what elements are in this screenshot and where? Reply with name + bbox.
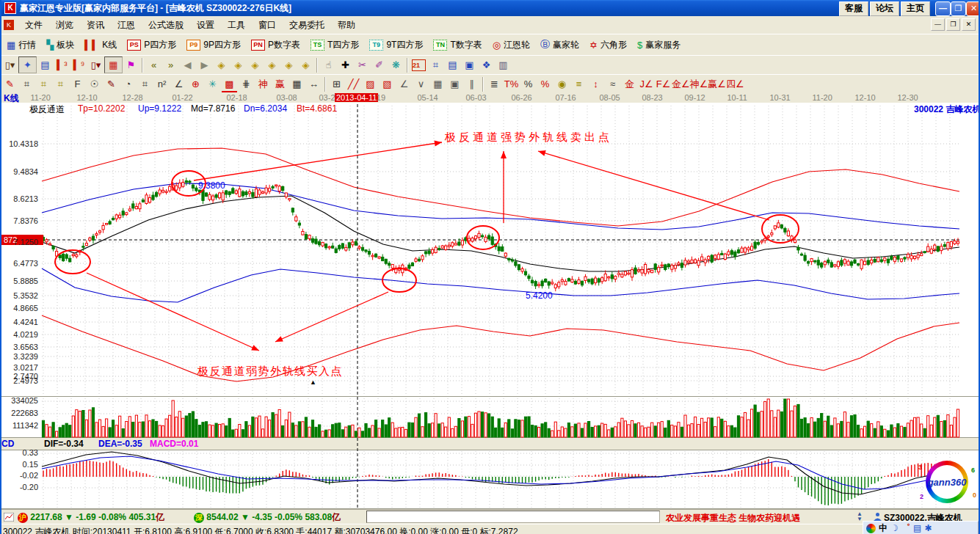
news-ticker[interactable]: 农业发展事重生态 生物农药迎机遇: [666, 512, 800, 524]
spiral-icon[interactable]: ☉: [86, 76, 103, 92]
arrow-marker-icon[interactable]: ↕: [587, 76, 604, 92]
menu-browse[interactable]: 浏览: [49, 17, 80, 34]
grid-b-icon[interactable]: ▣: [446, 76, 463, 92]
compress-height-icon[interactable]: ◈: [297, 57, 314, 73]
ime-punct-icon[interactable]: ゜: [901, 522, 910, 534]
menu-trade[interactable]: 交易委托: [283, 17, 331, 34]
menu-file[interactable]: 文件: [18, 17, 49, 34]
crosshair-icon[interactable]: ✚: [337, 57, 354, 73]
tb1-winner-service[interactable]: $赢家服务: [632, 36, 686, 54]
gann-galaxy-icon[interactable]: ❋: [388, 57, 404, 73]
tb1-p-number-table[interactable]: PNP数字表: [246, 36, 305, 54]
gold-coin-icon[interactable]: ◉: [553, 76, 570, 92]
gann-target-icon[interactable]: ⊕: [187, 76, 204, 92]
tb1-kline[interactable]: ▍▍K线: [79, 36, 122, 54]
menu-formula-picker[interactable]: 公式选股: [142, 17, 190, 34]
ime-moon-icon[interactable]: ☽: [890, 523, 899, 533]
golden-grid1-icon[interactable]: ⌗: [35, 76, 52, 92]
bars-3-icon[interactable]: ▍³: [54, 57, 70, 73]
four-angle-icon[interactable]: 四∠: [726, 76, 744, 92]
angle-lines-icon[interactable]: ∠: [396, 76, 413, 92]
tb1-p-square[interactable]: PSP四方形: [122, 36, 181, 54]
kline-chart-canvas[interactable]: 极反通道强势外轨线卖出点极反通道弱势外轨线买入点9.38005.4200▲872…: [1, 103, 980, 509]
export-icon[interactable]: ❖: [478, 57, 495, 73]
period-dropdown-icon[interactable]: ▯▾: [87, 57, 104, 73]
mdi-close-button[interactable]: ✕: [962, 18, 976, 31]
tb1-hexagon[interactable]: ✡六角形: [584, 36, 632, 54]
tb1-t-square[interactable]: TST四方形: [305, 36, 364, 54]
save-icon[interactable]: ▣: [461, 57, 478, 73]
bars-9-icon[interactable]: ▍⁹: [70, 57, 87, 73]
status-input-box[interactable]: [366, 511, 660, 523]
edit-label-icon[interactable]: ✐: [371, 57, 388, 73]
f-angle-icon[interactable]: F∠: [655, 76, 672, 92]
shen-ruler-icon[interactable]: 神: [255, 76, 272, 92]
gann-circle-icon[interactable]: ◔: [120, 76, 137, 92]
gann-grid-toggle-icon[interactable]: ▦: [104, 56, 123, 73]
scissors-icon[interactable]: ✂: [354, 57, 371, 73]
gann-line-icon[interactable]: ⌗: [18, 76, 35, 92]
percent-line-icon[interactable]: %: [537, 76, 553, 92]
zoom-in-x-icon[interactable]: ◈: [230, 57, 247, 73]
price-mark-icon[interactable]: ⋕: [238, 76, 255, 92]
parallel-lines-icon[interactable]: ∥: [463, 76, 480, 92]
calendar-icon[interactable]: 21: [410, 57, 427, 73]
ime-chinese-icon[interactable]: 中: [879, 522, 888, 534]
printer-icon[interactable]: ▥: [495, 57, 512, 73]
menu-window[interactable]: 窗口: [252, 17, 283, 34]
fan-dense-icon[interactable]: ▧: [379, 76, 396, 92]
restore-button[interactable]: ❐: [951, 1, 966, 16]
ruler-grid-icon[interactable]: ⌗: [137, 76, 153, 92]
chart-style-dropdown-icon[interactable]: ▯▾: [1, 57, 18, 73]
red-pencil-icon[interactable]: ✎: [103, 76, 120, 92]
tb1-t-number-table[interactable]: TNT数字表: [428, 36, 487, 54]
menu-tools[interactable]: 工具: [221, 17, 252, 34]
ime-settings-icon[interactable]: ✱: [924, 523, 932, 533]
minimize-button[interactable]: —: [935, 1, 951, 16]
tb1-sectors[interactable]: ▚板块: [41, 36, 79, 54]
prev-bar-icon[interactable]: ◀: [179, 57, 196, 73]
calculator-icon[interactable]: ⌗: [427, 57, 444, 73]
mdi-minimize-button[interactable]: —: [931, 18, 945, 31]
ying-angle-icon[interactable]: 赢∠: [708, 76, 726, 92]
zoom-out-x-icon[interactable]: ◈: [213, 57, 230, 73]
menu-gann[interactable]: 江恩: [111, 17, 142, 34]
n2-tool-icon[interactable]: n²: [153, 76, 170, 92]
draw-pencil-icon[interactable]: ✎: [1, 76, 18, 92]
angle-tool-icon[interactable]: ∠: [170, 76, 187, 92]
stats-icon[interactable]: ≣: [486, 76, 503, 92]
compress-width-icon[interactable]: ◈: [264, 57, 280, 73]
customer-service-button[interactable]: 客服: [839, 1, 868, 16]
report-icon[interactable]: ▤: [444, 57, 461, 73]
gold-cjk-icon[interactable]: 金: [621, 76, 638, 92]
tb1-market-quotes[interactable]: ▦行情: [1, 36, 41, 54]
next-bar-icon[interactable]: ▶: [196, 57, 213, 73]
ime-keyboard-icon[interactable]: ▤: [913, 523, 921, 533]
shen-angle-icon[interactable]: 神∠: [690, 76, 708, 92]
mdi-restore-button[interactable]: ❐: [946, 18, 960, 31]
shenzhen-index-icon[interactable]: 深: [194, 513, 204, 523]
v-lines-icon[interactable]: ∨: [413, 76, 429, 92]
tb1-9t-square[interactable]: T99T四方形: [364, 36, 428, 54]
tb1-9p-square[interactable]: P99P四方形: [181, 36, 246, 54]
expand-height-icon[interactable]: ◈: [280, 57, 297, 73]
expand-width-icon[interactable]: ◈: [247, 57, 264, 73]
flag-colors-icon[interactable]: ⚑: [123, 57, 139, 73]
gann-pattern-icon[interactable]: ✦: [18, 56, 37, 73]
tb1-winner-wheel[interactable]: Ⓑ赢家轮: [535, 36, 584, 54]
forum-button[interactable]: 论坛: [870, 1, 899, 16]
star-grid-icon[interactable]: ✳: [204, 76, 221, 92]
width-measure-icon[interactable]: ↔: [305, 76, 322, 92]
j-angle-icon[interactable]: J∠: [638, 76, 655, 92]
quote-info-icon[interactable]: ▤: [37, 57, 54, 73]
golden-grid2-icon[interactable]: ⌗: [52, 76, 69, 92]
web-grid-icon[interactable]: ▩: [221, 76, 238, 92]
box-tool-icon[interactable]: ⊞: [328, 76, 345, 92]
menu-settings[interactable]: 设置: [190, 17, 221, 34]
percent-t-icon[interactable]: T%: [503, 76, 520, 92]
menu-news[interactable]: 资讯: [80, 17, 111, 34]
tb1-gann-wheel[interactable]: ◎江恩轮: [487, 36, 535, 54]
first-bar-icon[interactable]: «: [145, 57, 162, 73]
grid-a-icon[interactable]: ▦: [429, 76, 446, 92]
wave-icon[interactable]: ≈: [604, 76, 621, 92]
